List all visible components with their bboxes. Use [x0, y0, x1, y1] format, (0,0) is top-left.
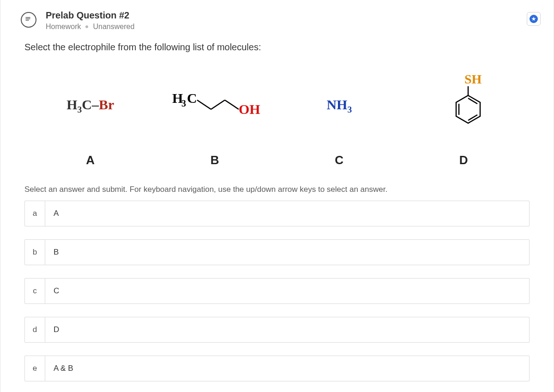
question-meta: Homework Unanswered: [46, 23, 527, 31]
molecule-b-column: H 3 C OH B: [153, 76, 277, 167]
question-status: Unanswered: [93, 23, 134, 31]
svg-line-4: [211, 100, 225, 109]
question-header: Prelab Question #2 Homework Unanswered: [0, 0, 554, 36]
answer-option-e[interactable]: e A & B: [24, 356, 530, 381]
molecule-a-label: A: [86, 153, 95, 167]
question-card: Prelab Question #2 Homework Unanswered S…: [0, 0, 554, 392]
molecule-d-column: SH D: [402, 76, 526, 167]
option-key: b: [25, 240, 45, 265]
svg-text:SH: SH: [464, 73, 482, 86]
molecule-b-label: B: [211, 153, 219, 167]
answer-option-d[interactable]: d D: [24, 317, 530, 343]
option-key: e: [25, 356, 45, 381]
bookmark-button[interactable]: [527, 12, 541, 26]
answer-options-list: a A b B c C d D e A & B: [0, 201, 554, 381]
svg-text:C: C: [187, 90, 197, 106]
answer-option-b[interactable]: b B: [24, 239, 530, 265]
header-text-block: Prelab Question #2 Homework Unanswered: [46, 10, 527, 31]
option-text: C: [45, 279, 529, 303]
meta-separator-dot: [85, 25, 88, 28]
molecule-a-structure: H3C–Br: [66, 76, 114, 136]
svg-text:3: 3: [181, 98, 186, 108]
molecule-c-label: C: [335, 153, 343, 167]
svg-marker-9: [456, 95, 480, 123]
option-text: A & B: [45, 356, 529, 381]
svg-line-5: [225, 100, 239, 109]
star-icon: [530, 15, 538, 23]
answer-instruction: Select an answer and submit. For keyboar…: [0, 172, 554, 201]
question-category: Homework: [46, 23, 81, 31]
molecule-c-structure: NH3: [326, 76, 352, 136]
molecule-figure-row: H3C–Br A H 3 C OH B NH3 C: [0, 57, 554, 172]
svg-line-3: [197, 100, 211, 109]
option-text: A: [45, 201, 529, 226]
question-prompt: Select the electrophile from the followi…: [0, 36, 554, 57]
option-key: c: [25, 279, 45, 303]
molecule-d-label: D: [459, 153, 468, 167]
svg-line-10: [468, 98, 477, 104]
molecule-b-structure: H 3 C OH: [169, 76, 261, 136]
option-text: B: [45, 240, 529, 265]
molecule-a-column: H3C–Br A: [28, 76, 153, 167]
svg-text:OH: OH: [239, 101, 260, 117]
svg-line-11: [468, 115, 477, 120]
question-title: Prelab Question #2: [46, 10, 527, 21]
option-key: a: [25, 201, 45, 226]
option-text: D: [45, 317, 529, 342]
chat-question-icon: [21, 12, 36, 28]
option-key: d: [25, 317, 45, 342]
molecule-c-column: NH3 C: [277, 76, 402, 167]
answer-option-c[interactable]: c C: [24, 278, 530, 304]
answer-option-a[interactable]: a A: [24, 201, 530, 226]
molecule-d-structure: SH: [436, 76, 491, 136]
